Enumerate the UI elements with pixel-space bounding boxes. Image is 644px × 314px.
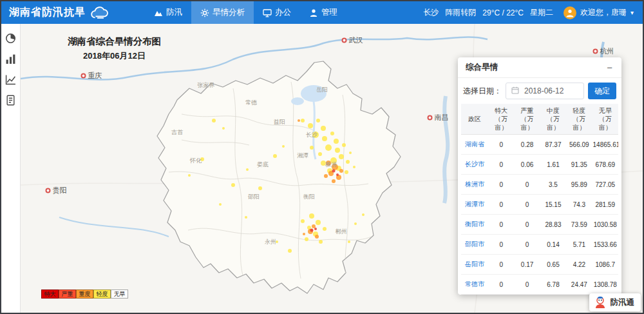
table-row: 岳阳市00.170.654.221086.7 <box>461 255 618 275</box>
value-cell: 0 <box>488 135 514 155</box>
nav-label: 管理 <box>321 7 337 18</box>
region-link[interactable]: 常德市 <box>461 275 488 295</box>
table-row: 株洲市003.595.89727.05 <box>461 175 618 195</box>
region-link[interactable]: 邵阳市 <box>461 235 488 255</box>
nav-manage[interactable]: 管理 <box>300 1 346 24</box>
district-label: 长沙 <box>306 131 317 139</box>
value-cell: 91.35 <box>566 155 592 175</box>
region-link[interactable]: 湘潭市 <box>461 195 488 215</box>
nav-label: 防汛 <box>166 7 182 18</box>
city-label: 南昌 <box>428 113 449 123</box>
city-label: 贵阳 <box>46 186 67 195</box>
region-link[interactable]: 岳阳市 <box>461 255 488 275</box>
weather-condition: 阵雨转阴 <box>445 7 476 18</box>
table-row: 湖南省00.2887.37566.0914865.61 <box>461 135 618 155</box>
user-menu[interactable]: 欢迎您，唐珊 ▾ <box>553 6 643 19</box>
collapse-button[interactable]: − <box>605 63 614 72</box>
city-label: 武汉 <box>342 35 363 45</box>
value-cell: 281.59 <box>592 195 618 215</box>
table-row: 长沙市00.061.6191.35678.69 <box>461 155 618 175</box>
region-link[interactable]: 株洲市 <box>461 175 488 195</box>
value-cell: 95.89 <box>566 175 592 195</box>
value-cell: 0.28 <box>514 135 540 155</box>
region-link[interactable]: 湖南省 <box>461 135 488 155</box>
app-brand: 湖南省防汛抗旱 <box>1 6 118 20</box>
manage-icon <box>309 8 318 17</box>
table-body: 湖南省00.2887.37566.0914865.61长沙市00.061.619… <box>461 135 618 295</box>
district-label: 娄底 <box>257 161 269 169</box>
district-label: 怀化 <box>190 157 202 165</box>
panel-header: 综合旱情 − <box>458 57 621 78</box>
calendar-icon <box>511 86 519 96</box>
value-cell: 28.83 <box>540 215 566 235</box>
weather-info: 长沙 阵雨转阴 29°C / 22°C 星期二 <box>423 7 553 18</box>
value-cell: 1308.78 <box>592 275 618 295</box>
district-label: 吉首 <box>171 128 183 137</box>
flood-icon <box>154 8 163 17</box>
value-cell: 566.09 <box>566 135 592 155</box>
welcome-text: 欢迎您，唐珊 <box>580 7 627 18</box>
bar-chart-icon[interactable] <box>5 54 16 64</box>
column-header: 特大（万亩） <box>488 104 514 135</box>
value-cell: 0.14 <box>540 235 566 255</box>
value-cell: 0 <box>488 175 514 195</box>
map-title-line2: 2018年06月12日 <box>45 50 184 62</box>
table-row: 湘潭市0015.1574.3281.59 <box>461 195 618 215</box>
value-cell: 727.05 <box>592 175 618 195</box>
nav-office[interactable]: 办公 <box>254 1 300 24</box>
district-label: 湘潭 <box>297 152 308 160</box>
value-cell: 15.15 <box>540 195 566 215</box>
value-cell: 1533.66 <box>592 235 618 255</box>
district-label: 邵阳 <box>248 193 260 201</box>
nav-drought-analysis[interactable]: 旱情分析 <box>191 1 254 24</box>
weather-weekday: 星期二 <box>530 7 553 18</box>
table-row: 邵阳市000.145.711533.66 <box>461 235 618 255</box>
region-link[interactable]: 衡阳市 <box>461 215 488 235</box>
value-cell: 0.17 <box>514 255 540 275</box>
region-link[interactable]: 长沙市 <box>461 155 488 175</box>
avatar <box>564 6 576 19</box>
map-area[interactable]: 湖南省综合旱情分布图 2018年06月12日 重庆武汉杭州南昌贵阳张家界吉首常德… <box>21 24 643 313</box>
value-cell: 24.47 <box>566 275 592 295</box>
city-marker-icon <box>342 37 347 43</box>
nav-label: 办公 <box>275 7 291 18</box>
value-cell: 0.06 <box>514 155 540 175</box>
district-label: 常德 <box>245 99 257 107</box>
left-sidebar <box>1 24 21 313</box>
column-header: 中度（万亩） <box>540 104 566 135</box>
region-link[interactable]: 张家界市 <box>461 295 488 295</box>
nav-flood[interactable]: 防汛 <box>145 1 191 24</box>
table-row: 常德市006.7824.471308.78 <box>461 275 618 295</box>
value-cell: 14865.61 <box>592 135 618 155</box>
weather-city: 长沙 <box>423 7 439 18</box>
date-input[interactable]: 2018-06-12 <box>506 83 584 99</box>
legend-item: 重度 <box>76 289 93 299</box>
city-marker-icon <box>81 73 86 78</box>
value-cell: 0 <box>488 215 514 235</box>
value-cell: 0 <box>488 155 514 175</box>
value-cell: 1086.7 <box>592 255 618 275</box>
value-cell: 0 <box>488 275 514 295</box>
pie-chart-icon[interactable] <box>5 33 16 44</box>
fangxuntong-badge[interactable]: 防汛通 <box>589 293 641 311</box>
value-cell: 5.32 <box>540 295 566 295</box>
report-icon[interactable] <box>5 95 16 106</box>
value-cell: 5.71 <box>566 235 592 255</box>
value-cell: 0 <box>514 295 540 295</box>
drought-panel: 综合旱情 − 选择日期： 2018-06-12 确定 <box>458 57 621 295</box>
district-label: 株洲 <box>325 161 337 169</box>
app-title: 湖南省防汛抗旱 <box>9 6 86 19</box>
line-chart-icon[interactable] <box>5 74 16 85</box>
value-cell: 678.69 <box>592 155 618 175</box>
panel-title: 综合旱情 <box>466 62 498 73</box>
drought-table[interactable]: 政区特大（万亩）严重（万亩）中度（万亩）轻度（万亩）无旱（万亩） 湖南省00.2… <box>458 104 621 295</box>
city-label: 重庆 <box>81 71 102 81</box>
value-cell: 3.5 <box>540 175 566 195</box>
mascot-icon <box>593 295 607 309</box>
city-marker-icon <box>46 188 51 193</box>
value-cell: 0 <box>488 255 514 275</box>
confirm-button[interactable]: 确定 <box>588 83 616 99</box>
district-label: 益阳 <box>274 118 285 126</box>
city-label: 杭州 <box>593 46 614 56</box>
cloud-logo-icon <box>90 6 111 20</box>
